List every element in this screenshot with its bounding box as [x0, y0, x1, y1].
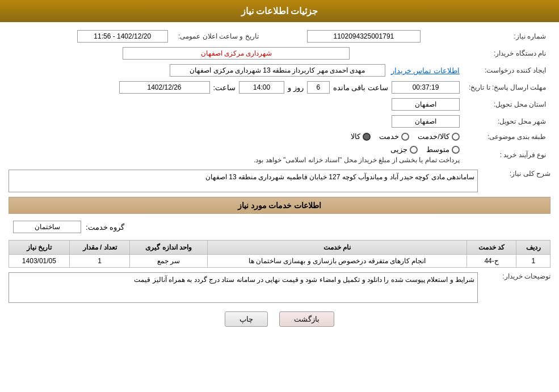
service-section-title: اطلاعات خدمات مورد نیاز — [9, 197, 550, 214]
province-label: استان محل تحویل: — [464, 96, 550, 113]
col-qty: تعداد / مقدار — [69, 241, 130, 255]
days-label: روز و — [288, 83, 304, 92]
requester-label: ایجاد کننده درخواست: — [464, 62, 550, 79]
remaining-label: ساعت باقی مانده — [333, 83, 388, 92]
col-date: تاریخ نیاز — [9, 241, 70, 255]
cell-unit: سر جمع — [130, 255, 208, 268]
organization-label: نام دستگاه خریدار: — [464, 45, 550, 62]
purchase-jozi[interactable]: جزیی — [390, 145, 418, 154]
announcement-value: 1402/12/20 - 11:56 — [77, 30, 168, 43]
back-button[interactable]: بازگشت — [279, 311, 334, 327]
radio-jozi-icon — [410, 146, 418, 154]
category-kala-label: کالا — [351, 132, 360, 141]
time-label: ساعت: — [213, 83, 236, 92]
group-service-label: گروه خدمت: — [86, 223, 124, 231]
group-service-value: ساختمان — [13, 221, 81, 233]
city-label: شهر محل تحویل: — [464, 113, 550, 130]
category-kala-khidmat[interactable]: کالا/خدمت — [418, 132, 460, 141]
request-number-value: 1102094325001791 — [307, 30, 421, 43]
announcement-label: تاریخ و ساعت اعلان عمومی: — [173, 28, 263, 45]
description-label: شرح کلی نیاز: — [482, 170, 550, 178]
deadline-label: مهلت ارسال پاسخ: تا تاریخ: — [464, 79, 550, 96]
radio-khidmat-icon — [401, 133, 409, 141]
deadline-time: 14:00 — [239, 81, 284, 94]
print-button[interactable]: چاپ — [225, 311, 268, 327]
category-kala[interactable]: کالا — [351, 132, 371, 141]
deadline-remaining: 00:37:19 — [392, 81, 460, 94]
radio-motavasset-icon — [452, 146, 460, 154]
requester-value: مهدی احمدی مهر کاربرداز منطقه 13 شهرداری… — [170, 64, 385, 77]
col-row: ردیف — [516, 241, 550, 255]
cell-code: ح-44 — [466, 255, 516, 268]
col-name: نام خدمت — [208, 241, 467, 255]
buyer-notes-textarea[interactable]: شرایط و استعلام پیوست شده را دانلود و تک… — [9, 272, 478, 303]
purchase-motavasset-label: متوسط — [426, 145, 449, 154]
purchase-type-label: نوع فرآیند خرید : — [464, 143, 550, 166]
category-kala-khidmat-label: کالا/خدمت — [418, 132, 449, 141]
radio-kala-khidmat-icon — [452, 133, 460, 141]
purchase-motavasset[interactable]: متوسط — [426, 145, 460, 154]
deadline-days: 6 — [307, 81, 330, 94]
buyer-notes-label: توضیحات خریدار: — [482, 272, 550, 280]
organization-value: شهرداری مرکزی اصفهان — [123, 47, 350, 60]
cell-name: انجام کارهای متفرقه درخصوص بازسازی و بهس… — [208, 255, 467, 268]
request-number-label: شماره نیاز: — [464, 28, 550, 45]
description-textarea[interactable]: ساماندهی مادی کوچه حیدر آباد و میاندوآب … — [9, 170, 478, 192]
cell-qty: 1 — [69, 255, 130, 268]
category-khidmat[interactable]: خدمت — [379, 132, 409, 141]
table-row: 1 ح-44 انجام کارهای متفرقه درخصوص بازساز… — [9, 255, 550, 268]
col-code: کد خدمت — [466, 241, 516, 255]
purchase-note: پرداخت تمام یا بخشی از مبلغ خریداز محل "… — [254, 156, 460, 164]
page-header: جزئیات اطلاعات نیاز — [0, 0, 559, 22]
radio-kala-icon — [363, 133, 371, 141]
cell-date: 1403/01/05 — [9, 255, 70, 268]
col-unit: واحد اندازه گیری — [130, 241, 208, 255]
city-value: اصفهان — [392, 115, 460, 128]
category-label: طبقه بندی موضوعی: — [464, 130, 550, 143]
service-table: ردیف کد خدمت نام خدمت واحد اندازه گیری ت… — [9, 240, 550, 268]
category-khidmat-label: خدمت — [379, 132, 399, 141]
contact-link[interactable]: اطلاعات تماس خریدار — [391, 66, 460, 75]
purchase-jozi-label: جزیی — [390, 145, 407, 154]
deadline-date: 1402/12/26 — [119, 81, 210, 94]
province-value: اصفهان — [392, 98, 460, 111]
cell-row: 1 — [516, 255, 550, 268]
